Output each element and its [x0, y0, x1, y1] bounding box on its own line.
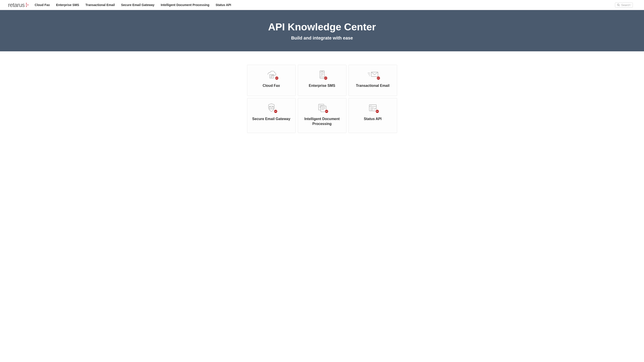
svg-point-28	[370, 105, 370, 106]
card-title: Intelligent Document Processing	[302, 116, 342, 127]
api-badge: API	[275, 76, 278, 80]
search-box[interactable]: /	[615, 2, 633, 7]
nav-item-transactional-email[interactable]: Transactional Email	[85, 3, 115, 7]
api-badge: API	[325, 110, 328, 113]
cards-section: API Cloud Fax API Enterprise SMS	[0, 51, 644, 146]
document-icon: API	[318, 103, 326, 112]
api-badge: API	[324, 76, 328, 80]
fax-icon: API	[266, 70, 277, 79]
svg-point-0	[618, 4, 619, 5]
nav-item-intelligent-document-processing[interactable]: Intelligent Document Processing	[160, 3, 209, 7]
hero-subtitle: Build and integrate with ease	[4, 35, 640, 41]
card-secure-email-gateway[interactable]: API Secure Email Gateway	[247, 98, 296, 133]
sms-icon: API	[318, 70, 326, 79]
api-badge: API	[376, 76, 380, 80]
nav-item-enterprise-sms[interactable]: Enterprise SMS	[56, 3, 79, 7]
email-icon: API	[367, 70, 378, 79]
hero-section: API Knowledge Center Build and integrate…	[0, 10, 644, 51]
logo[interactable]: retarus	[8, 2, 28, 8]
svg-line-1	[619, 5, 620, 6]
api-badge: API	[274, 110, 278, 113]
cards-grid: API Cloud Fax API Enterprise SMS	[247, 65, 397, 133]
shield-icon: API	[267, 103, 276, 112]
main-header: retarus Cloud Fax Enterprise SMS Transac…	[0, 0, 644, 10]
card-intelligent-document-processing[interactable]: API Intelligent Document Processing	[298, 98, 346, 133]
svg-point-29	[371, 105, 372, 106]
hero-title: API Knowledge Center	[4, 21, 640, 33]
card-title: Secure Email Gateway	[252, 116, 290, 121]
nav-item-secure-email-gateway[interactable]: Secure Email Gateway	[121, 3, 154, 7]
logo-text: retarus	[8, 2, 24, 8]
api-badge: API	[376, 110, 379, 113]
card-status-api[interactable]: API Status API	[348, 98, 397, 133]
card-title: Enterprise SMS	[309, 83, 335, 88]
card-title: Cloud Fax	[263, 83, 280, 88]
card-enterprise-sms[interactable]: API Enterprise SMS	[298, 65, 346, 96]
status-icon: API	[368, 103, 377, 112]
nav-item-status-api[interactable]: Status API	[216, 3, 231, 7]
primary-nav: Cloud Fax Enterprise SMS Transactional E…	[34, 3, 231, 7]
logo-dots-icon	[26, 3, 28, 7]
card-title: Status API	[364, 116, 382, 121]
search-shortcut-hint: /	[630, 3, 631, 7]
search-input[interactable]	[621, 3, 630, 7]
card-transactional-email[interactable]: API Transactional Email	[348, 65, 397, 96]
card-cloud-fax[interactable]: API Cloud Fax	[247, 65, 296, 96]
nav-item-cloud-fax[interactable]: Cloud Fax	[34, 3, 50, 7]
card-title: Transactional Email	[356, 83, 389, 88]
search-icon	[617, 3, 620, 6]
